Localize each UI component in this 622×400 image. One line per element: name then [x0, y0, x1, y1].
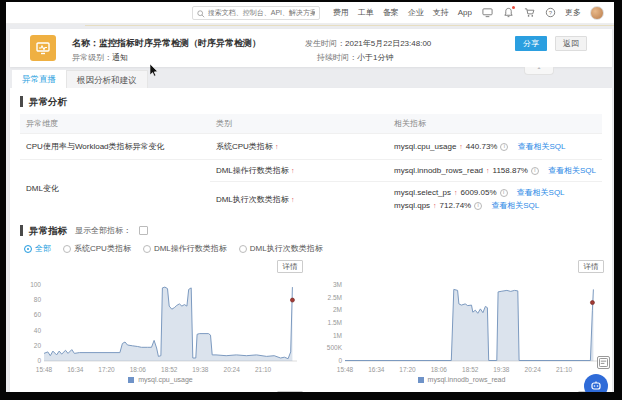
event-header-card: 名称：监控指标时序异常检测（时序异常检测） 异常级别：通知 发生时间：2021年…: [10, 29, 612, 67]
radio-icon: [143, 245, 151, 253]
letterbox-top: [0, 0, 622, 2]
tab-anomaly-live[interactable]: 异常直播: [12, 70, 66, 88]
svg-text:1.5M: 1.5M: [328, 319, 342, 326]
console-monitor-icon[interactable]: [481, 7, 493, 19]
search-input[interactable]: [208, 9, 315, 16]
metric-filter-group: 全部 系统CPU类指标 DML操作行数类指标 DML执行次数类指标: [24, 243, 612, 254]
svg-text:20:24: 20:24: [525, 366, 542, 373]
chart-panel-innodb-rows-read: 详情 0500K1M1.5M2M2.5M3M15:4816:3417:2018:…: [311, 260, 612, 383]
svg-text:500K: 500K: [327, 344, 343, 351]
user-avatar[interactable]: [590, 6, 604, 20]
up-arrow-icon: ↑: [275, 143, 279, 150]
svg-text:100: 100: [30, 281, 41, 288]
detail-button[interactable]: 详情: [578, 260, 604, 273]
up-arrow-icon: ↑: [291, 167, 295, 174]
col-dimension: 异常维度: [20, 114, 210, 134]
svg-text:15:48: 15:48: [36, 366, 53, 373]
nav-item-more[interactable]: 更多: [565, 7, 581, 18]
svg-text:20:24: 20:24: [224, 366, 241, 373]
nav-item-app[interactable]: App: [458, 8, 472, 17]
table-row: DML变化 DML操作行数类指标 ↑ mysql.innodb_rows_rea…: [20, 160, 602, 182]
filter-cpu[interactable]: 系统CPU类指标: [63, 243, 131, 254]
metric-cell: mysql.cpu_usage↑440.73%i查看相关SQL: [388, 134, 602, 160]
cart-icon[interactable]: [523, 7, 535, 19]
unread-badge: [512, 6, 515, 9]
svg-text:15:48: 15:48: [337, 366, 354, 373]
svg-text:21:10: 21:10: [556, 366, 573, 373]
table-header-row: 异常维度 类别 相关指标: [20, 114, 602, 134]
view-sql-link[interactable]: 查看相关SQL: [517, 186, 565, 199]
filter-dml-exec[interactable]: DML执行次数类指标: [239, 243, 323, 254]
feedback-panel-icon[interactable]: [597, 356, 610, 369]
back-button[interactable]: 返回: [555, 36, 587, 51]
section-title-anomaly-metrics: 异常指标: [20, 225, 67, 236]
svg-text:2M: 2M: [333, 306, 342, 313]
svg-text:80: 80: [34, 296, 42, 303]
duration: 持续时间：小于1分钟: [317, 52, 393, 63]
detail-button[interactable]: 详情: [277, 260, 303, 273]
divider-accent: [85, 25, 614, 26]
notification-bell-icon[interactable]: [502, 7, 514, 19]
table-row: CPU使用率与Workload类指标异常变化 系统CPU类指标 ↑ mysql.…: [20, 134, 602, 160]
svg-text:1M: 1M: [333, 332, 342, 339]
letterbox-right: [614, 0, 622, 400]
chart-legend: mysql.innodb_rows_read: [319, 376, 604, 383]
occur-time: 发生时间：2021年5月22日23:48:00: [305, 38, 431, 49]
svg-text:0: 0: [338, 357, 342, 364]
view-sql-link[interactable]: 查看相关SQL: [517, 140, 565, 153]
svg-text:20: 20: [34, 342, 42, 349]
nav-item-enterprise[interactable]: 企业: [408, 7, 424, 18]
mouse-cursor: [150, 63, 159, 81]
letterbox-bottom: [0, 392, 622, 400]
radio-icon: [239, 245, 247, 253]
info-icon: i: [474, 202, 482, 210]
dimension-cell: CPU使用率与Workload类指标异常变化: [20, 134, 210, 160]
search-box[interactable]: [192, 6, 320, 20]
svg-text:18:52: 18:52: [462, 366, 479, 373]
innodb-rows-read-chart: 0500K1M1.5M2M2.5M3M15:4816:3417:2018:061…: [319, 275, 604, 375]
screen: 费用 工单 备案 企业 支持 App ? 更多 名称：监控指标时序异常检测（时序…: [0, 0, 622, 400]
anomaly-table: 异常维度 类别 相关指标 CPU使用率与Workload类指标异常变化 系统CP…: [20, 114, 602, 216]
view-sql-link[interactable]: 查看相关SQL: [491, 199, 539, 212]
legend-swatch: [128, 377, 134, 383]
svg-text:40: 40: [34, 327, 42, 334]
svg-text:16:34: 16:34: [67, 366, 84, 373]
collapse-handle[interactable]: ⌃: [524, 67, 554, 75]
svg-text:17:20: 17:20: [399, 366, 416, 373]
legend-swatch: [418, 377, 424, 383]
search-icon: [197, 4, 205, 22]
filter-all[interactable]: 全部: [24, 243, 51, 254]
event-name: 名称：监控指标时序异常检测（时序异常检测）: [72, 37, 261, 50]
svg-text:0: 0: [37, 357, 41, 364]
share-button[interactable]: 分享: [515, 36, 547, 51]
event-level: 异常级别：通知: [72, 52, 128, 63]
show-all-checkbox[interactable]: [139, 226, 148, 235]
content-card: 异常分析 异常维度 类别 相关指标 CPU使用率与Workload类指标异常变化…: [10, 88, 612, 392]
svg-text:60: 60: [34, 311, 42, 318]
up-arrow-icon: ↑: [454, 186, 458, 199]
nav-item-billing[interactable]: 费用: [333, 7, 349, 18]
category-cell: DML执行次数类指标 ↑: [210, 182, 388, 217]
nav-item-record[interactable]: 备案: [383, 7, 399, 18]
info-icon: i: [500, 143, 508, 151]
view-sql-link[interactable]: 查看相关SQL: [548, 164, 596, 177]
svg-text:2.5M: 2.5M: [328, 294, 342, 301]
category-cell: 系统CPU类指标 ↑: [210, 134, 388, 160]
svg-text:17:20: 17:20: [98, 366, 115, 373]
radio-icon: [63, 245, 71, 253]
tab-bar: 异常直播 根因分析和建议: [12, 70, 148, 88]
nav-item-support[interactable]: 支持: [433, 7, 449, 18]
help-icon[interactable]: ?: [544, 7, 556, 19]
svg-text:19:38: 19:38: [493, 366, 510, 373]
svg-text:19:38: 19:38: [192, 366, 209, 373]
nav-item-ticket[interactable]: 工单: [358, 7, 374, 18]
tab-root-cause[interactable]: 根因分析和建议: [66, 70, 148, 88]
up-arrow-icon: ↑: [486, 164, 490, 177]
section-title-anomaly-analysis: 异常分析: [20, 96, 612, 107]
show-all-label: 显示全部指标：: [75, 225, 131, 236]
metric-cell: mysql.select_ps↑6009.05%i查看相关SQL mysql.q…: [388, 182, 602, 217]
filter-dml-rows[interactable]: DML操作行数类指标: [143, 243, 227, 254]
radio-icon: [24, 245, 32, 253]
svg-text:18:52: 18:52: [161, 366, 178, 373]
svg-text:18:06: 18:06: [431, 366, 448, 373]
